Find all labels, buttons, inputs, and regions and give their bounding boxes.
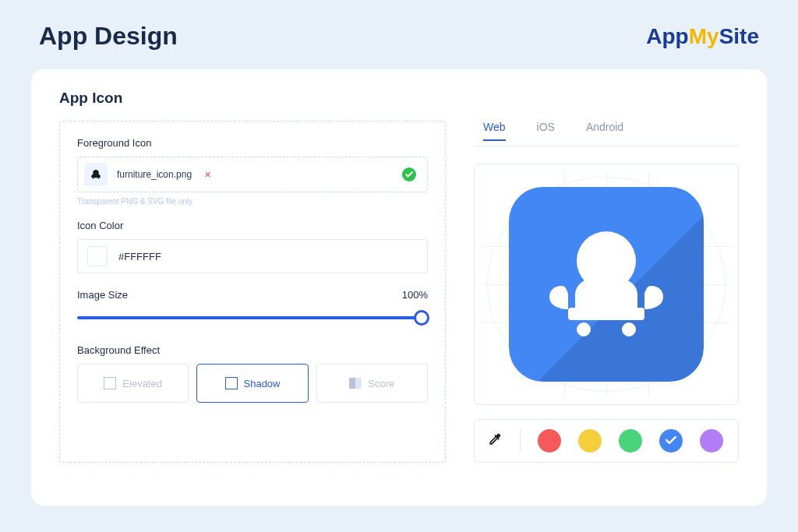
color-yellow[interactable] [578,429,602,453]
image-size-value: 100% [402,289,428,301]
card-title: App Icon [59,90,739,107]
file-name-text: furniture_icon.png [117,169,192,180]
icon-color-field[interactable]: #FFFFFF [77,239,428,273]
color-purple[interactable] [700,429,723,453]
settings-panel: Foreground Icon furniture_icon.png ✕ Tra… [59,121,446,463]
brand-site-text: Site [719,24,759,48]
brand-logo: AppMySite [646,24,759,49]
brand-app-text: App [646,24,688,48]
eyedropper-icon[interactable] [487,432,503,450]
tab-android[interactable]: Android [586,121,623,141]
chair-icon [540,222,673,347]
tab-ios[interactable]: iOS [537,121,555,141]
color-green[interactable] [619,429,642,453]
elevated-icon [104,377,116,389]
image-size-slider[interactable] [77,308,428,327]
app-icon-card: App Icon Foreground Icon furniture_icon.… [31,69,767,506]
effect-elevated[interactable]: Elevated [77,364,189,403]
color-red[interactable] [538,429,561,453]
image-size-label: Image Size [77,289,128,301]
brand-my-text: My [689,24,719,48]
effect-elevated-label: Elevated [122,378,162,389]
slider-thumb[interactable] [414,310,429,326]
icon-color-value: #FFFFFF [118,251,161,262]
icon-color-label: Icon Color [77,220,428,231]
tab-web[interactable]: Web [483,121,506,141]
icon-color-swatch[interactable] [87,246,108,266]
palette-divider [520,429,521,453]
effect-score[interactable]: Score [316,364,428,403]
check-icon [402,167,416,181]
color-palette [474,419,739,463]
remove-file-button[interactable]: ✕ [204,170,211,180]
background-effect-label: Background Effect [77,344,428,356]
icon-preview-panel [474,164,739,405]
file-thumbnail [84,163,108,186]
shadow-icon [225,377,238,389]
score-icon [349,378,362,389]
foreground-icon-label: Foreground Icon [77,137,428,149]
color-blue[interactable] [659,429,683,453]
effect-score-label: Score [368,378,394,389]
file-hint: Transparent PNG & SVG file only [77,197,428,206]
app-icon-preview [509,187,704,382]
chair-icon [89,168,103,181]
svg-rect-1 [568,308,644,320]
page-title: App Design [39,22,178,51]
svg-point-3 [622,322,636,336]
svg-point-2 [577,322,591,336]
effect-shadow[interactable]: Shadow [196,364,308,403]
foreground-file-field[interactable]: furniture_icon.png ✕ [77,157,428,192]
effect-shadow-label: Shadow [244,378,281,389]
platform-tabs: Web iOS Android [474,121,739,146]
